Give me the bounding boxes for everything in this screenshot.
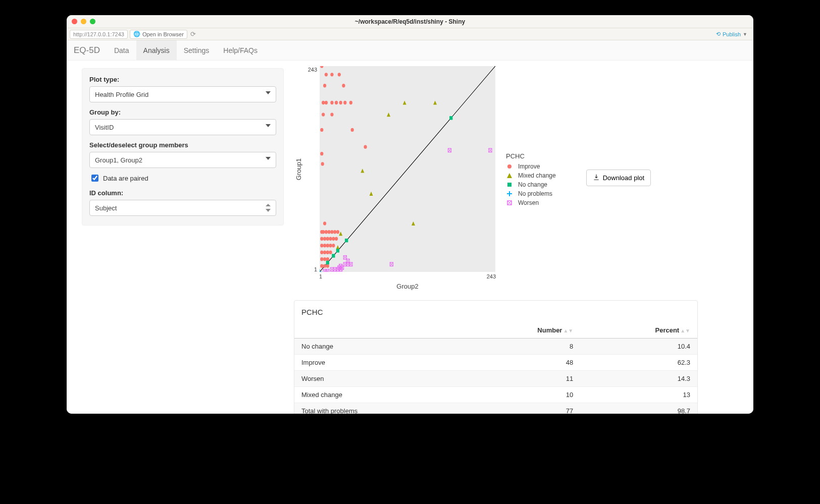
svg-point-20 [321, 162, 324, 165]
svg-rect-59 [332, 254, 335, 257]
plus-icon [506, 190, 513, 197]
openbox-icon [506, 199, 513, 206]
svg-marker-54 [370, 192, 373, 196]
members-label: Select/deselect group members [89, 141, 276, 149]
pchc-table-card: PCHC Number▲▼ Percent▲▼ No change810.4Im… [294, 300, 698, 414]
chevron-down-icon [266, 91, 271, 94]
svg-point-10 [335, 101, 338, 104]
y-axis-label: Group1 [294, 66, 304, 272]
col-percent[interactable]: Percent▲▼ [580, 322, 697, 339]
svg-point-12 [343, 101, 346, 104]
svg-point-28 [336, 230, 339, 234]
svg-rect-60 [326, 261, 329, 264]
svg-marker-57 [336, 245, 339, 249]
plot-area: Group1 243 . 1 1 243 Gro [294, 66, 496, 290]
sidebar: Plot type: Health Profile Grid Group by:… [67, 61, 284, 414]
table-title: PCHC [301, 308, 690, 316]
svg-rect-58 [449, 116, 452, 120]
plot-type-label: Plot type: [89, 76, 276, 83]
tab-settings[interactable]: Settings [177, 40, 217, 60]
download-plot-button[interactable]: Download plot [586, 170, 651, 186]
svg-marker-81 [507, 173, 512, 178]
col-blank[interactable] [294, 322, 462, 339]
paired-checkbox[interactable]: Data are paired [89, 173, 276, 183]
table-row: No change810.4 [294, 339, 697, 355]
legend-item: Improve [506, 163, 556, 170]
svg-point-26 [330, 230, 333, 234]
nav-tabs: EQ-5D Data Analysis Settings Help/FAQs [67, 40, 753, 61]
svg-point-49 [326, 264, 329, 268]
members-select[interactable]: Group1, Group2 [89, 152, 276, 168]
svg-point-36 [323, 244, 326, 247]
svg-point-7 [322, 101, 325, 104]
tab-help[interactable]: Help/FAQs [216, 40, 265, 60]
svg-point-40 [320, 251, 323, 254]
main-panel: Group1 243 . 1 1 243 Gro [284, 61, 753, 414]
svg-point-80 [507, 164, 511, 169]
plot-legend: PCHC ImproveMixed changeNo changeNo prob… [506, 147, 556, 208]
app-brand: EQ-5D [67, 40, 107, 60]
svg-point-13 [349, 101, 352, 104]
pchc-table: Number▲▼ Percent▲▼ No change810.4Improve… [294, 322, 697, 414]
svg-marker-51 [433, 100, 437, 104]
svg-point-30 [323, 237, 326, 241]
window-title: ~/workspace/R/eq5d/inst/shiny - Shiny [67, 18, 753, 25]
scatter-plot[interactable] [319, 66, 496, 272]
svg-marker-50 [403, 100, 406, 104]
controls-well: Plot type: Health Profile Grid Group by:… [82, 68, 284, 226]
reload-icon[interactable]: ⟳ [190, 30, 196, 38]
svg-point-23 [322, 230, 325, 234]
legend-item: Worsen [506, 199, 556, 206]
minimize-icon[interactable] [81, 19, 86, 24]
close-icon[interactable] [72, 19, 77, 24]
svg-point-9 [330, 101, 333, 104]
svg-point-16 [320, 128, 323, 132]
zoom-icon[interactable] [90, 19, 95, 24]
download-icon [593, 174, 600, 182]
publish-button[interactable]: ⟲ Publish ▼ [716, 31, 750, 37]
browser-icon: 🌐 [133, 31, 140, 37]
paired-checkbox-input[interactable] [91, 175, 98, 182]
svg-point-29 [320, 237, 323, 241]
url-field[interactable]: http://127.0.0.1:7243 [70, 30, 128, 39]
svg-point-1 [320, 66, 323, 68]
svg-point-45 [323, 257, 326, 261]
triangle-icon [506, 172, 513, 179]
titlebar: ~/workspace/R/eq5d/inst/shiny - Shiny [67, 15, 753, 28]
svg-point-35 [320, 244, 323, 247]
open-in-browser-button[interactable]: 🌐 Open in Browser [130, 30, 187, 39]
chevron-down-icon [266, 124, 271, 127]
traffic-lights [72, 19, 95, 24]
table-row: Worsen1114.3 [294, 371, 697, 387]
group-by-select[interactable]: VisitID [89, 119, 276, 135]
svg-rect-61 [336, 249, 339, 252]
chevron-down-icon: ▼ [743, 32, 747, 37]
svg-point-2 [325, 73, 328, 76]
square-icon [506, 181, 513, 188]
id-column-select[interactable]: Subject [89, 200, 276, 216]
content: Plot type: Health Profile Grid Group by:… [67, 61, 753, 414]
browser-toolbar: http://127.0.0.1:7243 🌐 Open in Browser … [67, 28, 753, 40]
col-number[interactable]: Number▲▼ [462, 322, 580, 339]
svg-marker-52 [387, 113, 390, 117]
publish-icon: ⟲ [716, 31, 721, 37]
plot-row: Group1 243 . 1 1 243 Gro [294, 66, 753, 290]
svg-rect-62 [345, 239, 348, 242]
svg-point-38 [329, 244, 332, 247]
svg-point-5 [323, 84, 326, 87]
tab-analysis[interactable]: Analysis [136, 40, 177, 60]
svg-point-31 [326, 237, 329, 241]
svg-point-11 [339, 101, 342, 104]
plot-type-select[interactable]: Health Profile Grid [89, 86, 276, 102]
svg-point-8 [325, 101, 328, 104]
svg-point-19 [320, 152, 323, 155]
svg-marker-55 [412, 221, 415, 226]
x-ticks: 1 243 [319, 272, 496, 279]
legend-title: PCHC [506, 152, 556, 160]
chevron-down-icon [266, 157, 271, 160]
tab-data[interactable]: Data [107, 40, 136, 60]
svg-point-34 [335, 237, 338, 241]
svg-point-32 [329, 237, 332, 241]
svg-point-47 [320, 264, 323, 268]
svg-point-18 [364, 145, 367, 148]
